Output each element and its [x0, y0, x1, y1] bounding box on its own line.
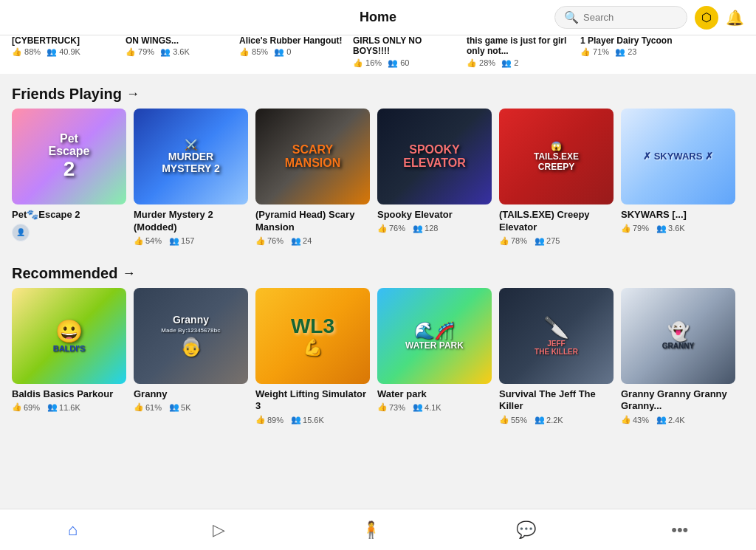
search-input[interactable]: [583, 12, 678, 23]
game-stats: 👍 78% 👥 275: [499, 236, 614, 246]
recommended-section-header[interactable]: Recommended →: [0, 253, 756, 288]
game-card-spooky-elevator[interactable]: SPOOKYELEVATOR Spooky Elevator 👍 76% 👥 1…: [377, 109, 492, 246]
top-games-row: [CYBERTRUCK] 👍 88% 👥 40.9K ON WINGS... 👍…: [0, 35, 756, 74]
game-title: Alice's Rubber Hangout!: [239, 35, 343, 46]
game-title: (TAILS.EXE) Creepy Elevator: [499, 209, 614, 234]
player-stat: 👥 3.6K: [656, 224, 685, 233]
game-card-granny[interactable]: Granny Made By:12345678bc 👵 Granny 👍 61%…: [134, 288, 248, 425]
search-bar[interactable]: 🔍: [554, 6, 687, 29]
game-title: Spooky Elevator: [377, 209, 492, 221]
player-stat: 👥 2.4K: [656, 415, 685, 424]
list-item[interactable]: this game is just for girl only not... 👍…: [467, 35, 570, 68]
main-content: [CYBERTRUCK] 👍 88% 👥 40.9K ON WINGS... 👍…: [0, 35, 756, 469]
recommended-section: Recommended → 😀 BALDI'S Baldis Basics Pa…: [0, 253, 756, 425]
page-title: Home: [360, 10, 396, 25]
game-thumb-inner: 😱TAILS.EXECREEPY: [499, 109, 614, 204]
like-stat: 👍 85%: [239, 47, 268, 57]
game-stats: 👍 79% 👥 3.6K: [126, 47, 229, 57]
game-thumb-inner: ✗ SKYWARS ✗: [621, 109, 735, 204]
game-stats: 👍 73% 👥 4.1K: [377, 402, 492, 412]
game-thumbnail: ⚔️MURDERMYSTERY 2: [134, 109, 248, 204]
game-stats: 👍 89% 👥 15.6K: [255, 415, 370, 424]
nav-item-chat[interactable]: 💬: [501, 515, 551, 546]
game-stats: 👍 54% 👥 157: [134, 236, 248, 246]
recommended-section-title: Recommended: [12, 265, 117, 282]
game-title: Granny Granny Granny Granny...: [621, 388, 735, 413]
more-icon: •••: [671, 520, 688, 540]
game-card-weight-lifting[interactable]: WL3 💪 Weight Lifting Simulator 3 👍 89% 👥…: [255, 288, 370, 425]
game-card-water-park[interactable]: 🌊🎢 WATER PARK Water park 👍 73% 👥 4.1K: [377, 288, 492, 425]
nav-item-more[interactable]: •••: [656, 515, 703, 546]
like-stat: 👍 61%: [134, 402, 162, 412]
game-thumbnail: Granny Made By:12345678bc 👵: [134, 288, 248, 384]
game-title: Pet🐾Escape 2: [12, 209, 126, 221]
game-card-granny-granny[interactable]: 👻 GRANNY Granny Granny Granny Granny... …: [621, 288, 735, 425]
game-thumb-inner: SCARYMANSION: [255, 109, 370, 204]
game-card-murder-mystery[interactable]: ⚔️MURDERMYSTERY 2 Murder Mystery 2 (Modd…: [134, 109, 248, 246]
game-thumbnail: SPOOKYELEVATOR: [377, 109, 492, 204]
like-stat: 👍 73%: [377, 402, 405, 412]
game-card-skywars[interactable]: ✗ SKYWARS ✗ SKYWARS [...] 👍 79% 👥 3.6K: [621, 109, 735, 246]
game-card-scary-mansion[interactable]: SCARYMANSION (Pyramid Head) Scary Mansio…: [255, 109, 370, 246]
game-stats: 👍 76% 👥 24: [255, 236, 370, 246]
player-stat: 👥 157: [169, 236, 194, 246]
game-title: Water park: [377, 388, 492, 401]
recommended-section-arrow: →: [122, 266, 135, 281]
game-thumbnail: PetEscape2: [12, 109, 126, 204]
player-stat: 👥 275: [535, 236, 560, 246]
game-card-tails-exe[interactable]: 😱TAILS.EXECREEPY (TAILS.EXE) Creepy Elev…: [499, 109, 614, 246]
game-stats: 👍 76% 👥 128: [377, 224, 492, 233]
player-stat: 👥 2: [501, 58, 518, 68]
game-card-survival-jeff[interactable]: 🔪 JEFFTHE KILLER Survival The Jeff The K…: [499, 288, 614, 425]
bottom-nav: ⌂ ▷ 🧍 💬 •••: [0, 509, 756, 550]
nav-item-home[interactable]: ⌂: [53, 515, 92, 546]
play-icon: ▷: [213, 520, 225, 540]
search-icon: 🔍: [564, 10, 579, 24]
game-card-pet-escape[interactable]: PetEscape2 Pet🐾Escape 2 👤: [12, 109, 126, 246]
like-stat: 👍 79%: [126, 47, 154, 57]
player-stat: 👥 3.6K: [160, 47, 190, 57]
game-title: 1 Player Dairy Tycoon: [580, 35, 684, 46]
player-stat: 👥 2.2K: [535, 415, 563, 424]
like-stat: 👍 71%: [580, 47, 609, 57]
game-thumbnail: 🔪 JEFFTHE KILLER: [499, 288, 614, 384]
list-item[interactable]: GIRLS ONLY NO BOYS!!!! 👍 16% 👥 60: [353, 35, 456, 68]
game-stats: 👍 28% 👥 2: [467, 58, 570, 68]
player-stat: 👥 5K: [169, 402, 190, 412]
game-thumb-inner: ⚔️MURDERMYSTERY 2: [134, 109, 248, 204]
player-stat: 👥 4.1K: [413, 402, 441, 412]
robux-icon[interactable]: ⬡: [695, 6, 718, 30]
notification-bell-icon[interactable]: 🔔: [726, 9, 744, 27]
friends-section: Friends Playing → PetEscape2 Pet🐾Escape …: [0, 74, 756, 246]
list-item[interactable]: 1 Player Dairy Tycoon 👍 71% 👥 23: [580, 35, 684, 68]
game-thumb-inner: 🔪 JEFFTHE KILLER: [499, 288, 614, 384]
game-thumbnail: 👻 GRANNY: [621, 288, 735, 384]
list-item[interactable]: ON WINGS... 👍 79% 👥 3.6K: [126, 35, 229, 68]
list-item[interactable]: [CYBERTRUCK] 👍 88% 👥 40.9K: [12, 35, 115, 68]
game-stats: 👍 71% 👥 23: [580, 47, 684, 57]
game-title: SKYWARS [...]: [621, 209, 735, 221]
game-thumb-inner: SPOOKYELEVATOR: [377, 109, 492, 204]
nav-item-play[interactable]: ▷: [198, 515, 240, 546]
game-stats: 👍 61% 👥 5K: [134, 402, 248, 412]
game-thumb-inner: Granny Made By:12345678bc 👵: [134, 288, 248, 384]
player-stat: 👥 15.6K: [291, 415, 324, 424]
like-stat: 👍 43%: [621, 415, 649, 424]
game-stats: 👍 85% 👥 0: [239, 47, 343, 57]
game-title: GIRLS ONLY NO BOYS!!!!: [353, 35, 456, 57]
game-title: Survival The Jeff The Killer: [499, 388, 614, 413]
friends-section-header[interactable]: Friends Playing →: [0, 74, 756, 109]
game-thumbnail: SCARYMANSION: [255, 109, 370, 204]
nav-item-avatar[interactable]: 🧍: [346, 515, 396, 546]
header: Home 🔍 ⬡ 🔔: [0, 0, 756, 35]
game-thumbnail: 😀 BALDI'S: [12, 288, 126, 384]
game-thumb-inner: 👻 GRANNY: [621, 288, 735, 384]
list-item[interactable]: Alice's Rubber Hangout! 👍 85% 👥 0: [239, 35, 343, 68]
game-thumb-inner: PetEscape2: [12, 109, 126, 204]
game-title: Granny: [134, 388, 248, 401]
like-stat: 👍 89%: [255, 415, 284, 424]
game-card-baldis-basics[interactable]: 😀 BALDI'S Baldis Basics Parkour 👍 69% 👥 …: [12, 288, 126, 425]
game-title: Weight Lifting Simulator 3: [255, 388, 370, 413]
avatar: 👤: [12, 224, 30, 241]
game-stats: 👍 43% 👥 2.4K: [621, 415, 735, 424]
